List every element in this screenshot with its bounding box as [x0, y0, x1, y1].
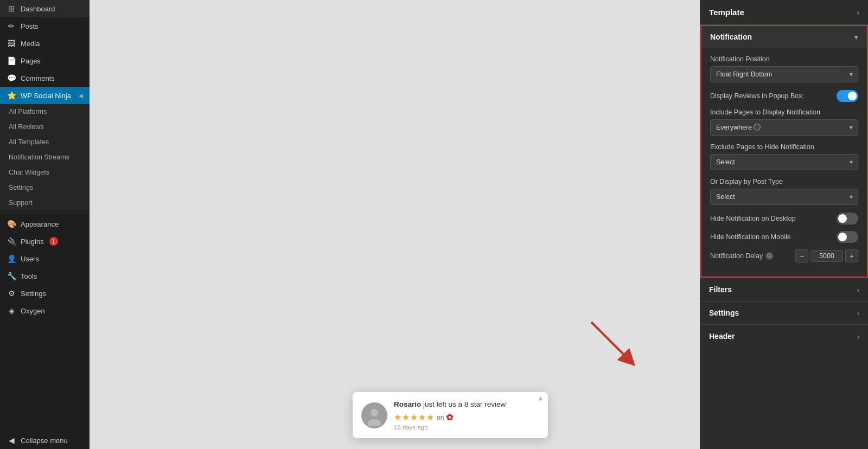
- sidebar-item-label: Tools: [21, 272, 37, 280]
- notification-section-header[interactable]: Notification ▾: [701, 26, 867, 48]
- sidebar-item-label: Settings: [21, 290, 46, 298]
- sidebar-item-label: WP Social Ninja: [21, 92, 71, 100]
- include-pages-label: Include Pages to Display Notification: [710, 108, 858, 116]
- sidebar-item-media[interactable]: 🖼 Media: [0, 35, 90, 52]
- arrow-container: [580, 311, 646, 379]
- notification-popup: × Rosario just left us a 8 star review ★…: [353, 392, 548, 438]
- settings-section-title: Settings: [709, 309, 739, 317]
- star-rating: ★★★★★: [394, 412, 435, 422]
- reviewer-name: Rosario: [394, 400, 421, 408]
- subnav: All Platforms All Reviews All Templates …: [0, 104, 90, 210]
- subnav-all-reviews[interactable]: All Reviews: [0, 119, 90, 134]
- sidebar-item-label: Dashboard: [21, 5, 55, 13]
- sidebar-item-wp-social-ninja[interactable]: ⭐ WP Social Ninja ◀: [0, 87, 90, 104]
- svg-point-3: [371, 409, 378, 416]
- include-pages-select[interactable]: Everywhere ⓘ Homepage Custom: [710, 119, 858, 136]
- plugins-badge: 1: [49, 237, 58, 246]
- comments-icon: 💬: [7, 74, 16, 82]
- notification-delay-input[interactable]: [810, 250, 843, 262]
- sidebar-item-plugins[interactable]: 🔌 Plugins 1: [0, 233, 90, 250]
- notification-delay-label: Notification Delay ⓘ: [710, 252, 773, 260]
- display-reviews-popup-row: Display Reviews in Popup Box:: [710, 90, 858, 102]
- display-post-type-select-wrapper: Select: [710, 189, 858, 205]
- right-panel: Template › Notification ▾ Notification P…: [700, 0, 868, 449]
- subnav-support[interactable]: Support: [0, 195, 90, 210]
- toggle-slider: [837, 90, 858, 102]
- collapse-menu-button[interactable]: ◀ Collapse menu: [0, 432, 90, 449]
- header-chevron-icon: ›: [857, 332, 859, 341]
- display-reviews-popup-toggle[interactable]: [837, 90, 858, 102]
- sidebar-item-label: Posts: [21, 22, 39, 30]
- review-action-text: just left us a 8 star review: [423, 400, 506, 408]
- notification-delay-decrement-button[interactable]: −: [795, 249, 808, 262]
- review-text: Rosario just left us a 8 star review: [394, 400, 506, 410]
- sidebar-item-label: Appearance: [21, 220, 59, 228]
- subnav-settings[interactable]: Settings: [0, 180, 90, 195]
- notification-delay-stepper: − +: [795, 249, 858, 262]
- pages-icon: 📄: [7, 56, 16, 65]
- filters-chevron-icon: ›: [857, 286, 859, 294]
- sidebar-item-users[interactable]: 👤 Users: [0, 250, 90, 267]
- sidebar-item-appearance[interactable]: 🎨 Appearance: [0, 215, 90, 233]
- sidebar-item-pages[interactable]: 📄 Pages: [0, 52, 90, 69]
- appearance-icon: 🎨: [7, 220, 16, 228]
- nav-separator: [0, 213, 90, 213]
- sidebar-item-tools[interactable]: 🔧 Tools: [0, 267, 90, 285]
- filters-section[interactable]: Filters ›: [700, 278, 868, 301]
- settings-chevron-icon: ›: [857, 309, 859, 317]
- red-arrow-icon: [580, 311, 646, 376]
- notification-delay-increment-button[interactable]: +: [845, 249, 858, 262]
- dashboard-icon: ⊞: [7, 4, 16, 13]
- media-icon: 🖼: [7, 39, 16, 48]
- oxygen-icon: ◈: [7, 306, 16, 315]
- subnav-all-platforms[interactable]: All Platforms: [0, 104, 90, 119]
- sidebar-item-dashboard[interactable]: ⊞ Dashboard: [0, 0, 90, 17]
- plugins-icon: 🔌: [7, 237, 16, 246]
- subnav-notification-streams[interactable]: Notification Streams: [0, 150, 90, 165]
- collapse-menu-label: Collapse menu: [21, 437, 68, 445]
- avatar: [361, 402, 387, 428]
- sidebar-item-posts[interactable]: ✏ Posts: [0, 17, 90, 35]
- exclude-pages-select[interactable]: Select: [710, 154, 858, 170]
- sidebar-item-label: Oxygen: [21, 307, 45, 315]
- hide-mobile-toggle[interactable]: [837, 231, 858, 243]
- notification-position-field: Notification Position Float Right Bottom…: [710, 55, 858, 82]
- sidebar-item-label: Pages: [21, 57, 41, 65]
- display-post-type-select[interactable]: Select: [710, 189, 858, 205]
- sidebar-item-label: Comments: [21, 74, 55, 82]
- filters-section-title: Filters: [709, 285, 732, 294]
- exclude-pages-label: Exclude Pages to Hide Notification: [710, 143, 858, 151]
- notification-close-button[interactable]: ×: [539, 395, 542, 403]
- wp-sidebar: ⊞ Dashboard ✏ Posts 🖼 Media 📄 Pages 💬 Co…: [0, 0, 90, 449]
- collapse-arrow-icon: ◀: [79, 93, 83, 99]
- hide-desktop-toggle[interactable]: [837, 213, 858, 224]
- notification-position-label: Notification Position: [710, 55, 858, 63]
- sidebar-item-settings[interactable]: ⚙ Settings: [0, 285, 90, 302]
- settings-section[interactable]: Settings ›: [700, 301, 868, 324]
- sidebar-item-comments[interactable]: 💬 Comments: [0, 69, 90, 87]
- sidebar-item-label: Users: [21, 255, 39, 263]
- exclude-pages-select-wrapper: Select: [710, 154, 858, 170]
- notification-position-select[interactable]: Float Right Bottom Float Right Top Float…: [710, 66, 858, 82]
- posts-icon: ✏: [7, 22, 16, 30]
- right-panel-header: Template ›: [700, 0, 868, 25]
- display-post-type-label: Or Display by Post Type: [710, 178, 858, 185]
- subnav-all-templates[interactable]: All Templates: [0, 134, 90, 150]
- wp-social-ninja-icon: ⭐: [7, 91, 16, 100]
- toggle-slider-desktop: [837, 213, 858, 224]
- display-reviews-popup-label: Display Reviews in Popup Box:: [710, 92, 804, 100]
- notification-section: Notification ▾ Notification Position Flo…: [700, 25, 868, 278]
- notification-section-chevron-icon: ▾: [854, 33, 858, 41]
- subnav-chat-widgets[interactable]: Chat Widgets: [0, 165, 90, 180]
- hide-mobile-row: Hide Notification on Mobile: [710, 231, 858, 243]
- hide-mobile-label: Hide Notification on Mobile: [710, 233, 791, 241]
- time-ago: 16 days ago: [394, 424, 506, 431]
- notification-content: Rosario just left us a 8 star review ★★★…: [394, 400, 506, 431]
- sidebar-item-oxygen[interactable]: ◈ Oxygen: [0, 302, 90, 319]
- svg-line-1: [591, 322, 629, 360]
- sidebar-item-label: Plugins: [21, 238, 44, 246]
- yelp-icon: ✿: [446, 412, 453, 422]
- header-section[interactable]: Header ›: [700, 324, 868, 348]
- on-label: on: [437, 414, 444, 421]
- header-section-title: Header: [709, 332, 735, 341]
